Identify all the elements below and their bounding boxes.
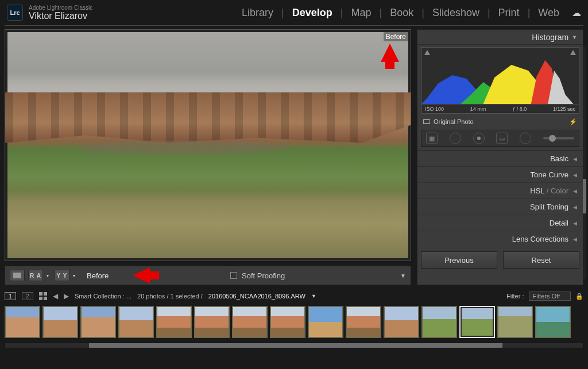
filmstrip-thumb[interactable] [232, 306, 268, 338]
nav-forward-icon[interactable]: ▶ [64, 292, 69, 300]
before-after-yy-button[interactable]: Y Y [55, 270, 69, 281]
user-name-label[interactable]: Viktor Elizarov [29, 11, 92, 21]
cloud-sync-icon[interactable]: ☁ [572, 7, 581, 18]
module-develop[interactable]: Develop [289, 7, 336, 19]
spot-removal-tool-icon[interactable] [450, 133, 461, 144]
action-row: Previous Reset [421, 251, 579, 269]
filmstrip-thumb[interactable] [421, 306, 457, 338]
filmstrip-row[interactable] [5, 306, 583, 340]
filmstrip-thumb[interactable] [5, 306, 40, 338]
soft-proofing-toggle[interactable]: Soft Proofing [230, 271, 285, 280]
radial-filter-tool-icon[interactable] [520, 133, 531, 144]
nav-back-icon[interactable]: ◀ [53, 292, 58, 300]
module-slideshow[interactable]: Slideshow [429, 7, 483, 19]
chevron-left-icon: ◀ [573, 220, 577, 226]
histogram-collapse-icon[interactable]: ▼ [572, 34, 577, 40]
reset-button[interactable]: Reset [503, 251, 579, 269]
filmstrip-thumb[interactable] [497, 306, 533, 338]
flash-icon: ⚡ [569, 118, 577, 126]
original-photo-icon [423, 119, 430, 124]
original-photo-label: Original Photo [434, 118, 474, 125]
preview-column: Before R A ▾ Y Y ▾ Before Soft Proofing … [5, 29, 411, 285]
panel-detail-label: Detail [550, 219, 568, 227]
app-name-label: Adobe Lightroom Classic [29, 5, 92, 11]
chevron-left-icon: ◀ [573, 156, 577, 162]
panel-lens-corrections[interactable]: Lens Corrections ◀ [417, 231, 583, 247]
loupe-view-button[interactable] [10, 270, 25, 281]
path-dropdown-icon[interactable]: ▼ [311, 293, 316, 299]
filmstrip-thumb[interactable] [42, 306, 78, 338]
filter-value: Filters Off [533, 293, 560, 300]
before-tag: Before [384, 32, 408, 41]
module-library[interactable]: Library [238, 7, 277, 19]
module-book[interactable]: Book [386, 7, 417, 19]
view-toolbar: R A ▾ Y Y ▾ Before Soft Proofing ▼ [5, 266, 411, 285]
panel-hsl-label: HSL [530, 187, 544, 195]
panel-tone-curve-label: Tone Curve [531, 170, 568, 179]
module-map[interactable]: Map [347, 7, 374, 19]
filmstrip-thumb[interactable] [535, 306, 571, 338]
soft-proofing-checkbox[interactable] [230, 272, 237, 279]
before-after-lr-button[interactable]: R A [28, 270, 43, 281]
filter-lock-icon[interactable]: 🔒 [575, 293, 583, 300]
filename-label[interactable]: 20160506_NCAA2016_8096.ARW [208, 293, 305, 300]
histo-aperture: ƒ / 8.0 [512, 106, 527, 112]
chevron-left-icon: ◀ [573, 236, 577, 242]
app-logo-icon: Lrc [7, 5, 23, 21]
graduated-filter-tool-icon[interactable]: ▭ [496, 133, 508, 144]
image-preview[interactable]: Before [5, 29, 411, 261]
develop-right-panel: Histogram ▼ ISO 100 14 mm ƒ / 8.0 1/125 … [417, 29, 583, 285]
filmstrip-thumb[interactable] [459, 306, 495, 338]
panel-tone-curve[interactable]: Tone Curve ◀ [417, 166, 583, 182]
histogram-panel-header[interactable]: Histogram ▼ [417, 30, 583, 45]
filmstrip-thumb[interactable] [194, 306, 230, 338]
collection-label[interactable]: Smart Collection : ... [75, 293, 131, 300]
histogram-display[interactable]: ISO 100 14 mm ƒ / 8.0 1/125 sec [421, 47, 579, 114]
filmstrip-thumb[interactable] [80, 306, 116, 338]
before-after-lr-menu-icon[interactable]: ▾ [47, 273, 51, 278]
secondary-display-2[interactable]: 2 [22, 292, 33, 300]
chevron-left-icon: ◀ [573, 204, 577, 210]
filter-select[interactable]: Filters Off [529, 292, 571, 301]
filmstrip-thumb[interactable] [270, 306, 305, 338]
toolbar-more-icon[interactable]: ▼ [400, 273, 406, 279]
previous-button[interactable]: Previous [421, 251, 497, 269]
annotation-arrow-up-icon [381, 44, 399, 62]
soft-proofing-label: Soft Proofing [242, 271, 285, 280]
histogram-meta: ISO 100 14 mm ƒ / 8.0 1/125 sec [421, 104, 579, 113]
panel-split-toning-label: Split Toning [530, 203, 568, 211]
panel-basic[interactable]: Basic ◀ [417, 150, 583, 166]
crop-tool-icon[interactable]: ▦ [426, 133, 438, 144]
histogram-graph [421, 53, 579, 104]
filmstrip [5, 306, 583, 348]
filmstrip-thumb[interactable] [118, 306, 154, 338]
module-print[interactable]: Print [495, 7, 523, 19]
redeye-tool-icon[interactable] [473, 133, 485, 144]
panel-split-toning[interactable]: Split Toning ◀ [417, 199, 583, 215]
histo-iso: ISO 100 [425, 106, 444, 112]
module-web[interactable]: Web [535, 7, 563, 19]
histo-focal: 14 mm [470, 106, 486, 112]
original-photo-row[interactable]: Original Photo ⚡ [421, 116, 579, 127]
filmstrip-thumb[interactable] [308, 306, 343, 338]
filter-label: Filter : [506, 293, 524, 300]
filmstrip-thumb[interactable] [346, 306, 381, 338]
filmstrip-thumb[interactable] [384, 306, 419, 338]
main-area: Before R A ▾ Y Y ▾ Before Soft Proofing … [0, 26, 588, 285]
filmstrip-scrollbar[interactable] [5, 343, 583, 348]
secondary-info-row: 1 2 ◀ ▶ Smart Collection : ... 20 photos… [5, 289, 583, 304]
secondary-display-1[interactable]: 1 [5, 292, 16, 300]
before-after-yy-menu-icon[interactable]: ▾ [73, 273, 78, 278]
histogram-label: Histogram [532, 33, 568, 42]
panel-lens-corrections-label: Lens Corrections [512, 235, 568, 243]
panel-detail[interactable]: Detail ◀ [417, 215, 583, 231]
brush-size-slider[interactable] [543, 137, 574, 139]
view-state-label: Before [87, 271, 109, 280]
panel-basic-label: Basic [550, 154, 568, 163]
grid-view-icon[interactable] [39, 292, 47, 300]
panel-hsl-color[interactable]: HSL / Color ◀ [417, 182, 583, 199]
app-title-block: Adobe Lightroom Classic Viktor Elizarov [29, 5, 92, 21]
app-header: Lrc Adobe Lightroom Classic Viktor Eliza… [0, 0, 588, 25]
filmstrip-thumb[interactable] [156, 306, 192, 338]
right-panel-scrollbar[interactable] [583, 47, 586, 279]
